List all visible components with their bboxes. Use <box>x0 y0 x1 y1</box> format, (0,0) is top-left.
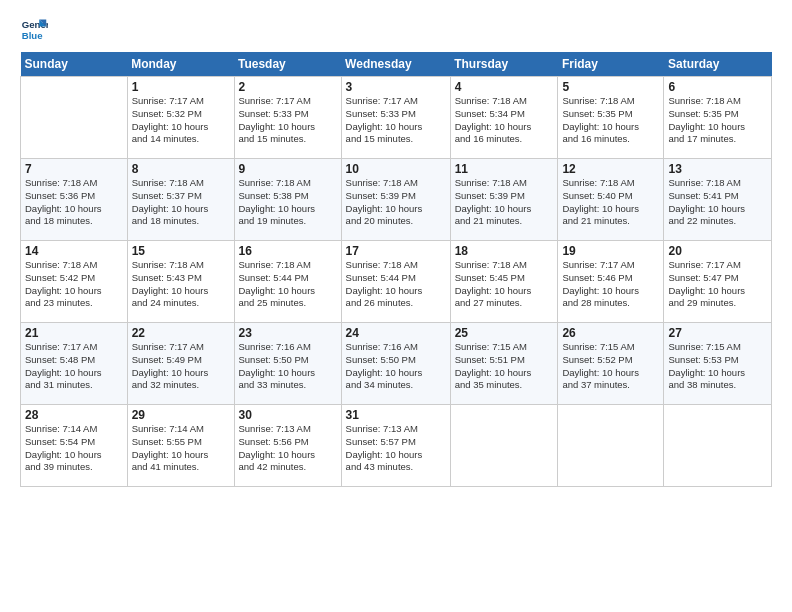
day-cell: 11Sunrise: 7:18 AM Sunset: 5:39 PM Dayli… <box>450 159 558 241</box>
day-info: Sunrise: 7:14 AM Sunset: 5:55 PM Dayligh… <box>132 423 230 474</box>
day-info: Sunrise: 7:18 AM Sunset: 5:45 PM Dayligh… <box>455 259 554 310</box>
day-number: 30 <box>239 408 337 422</box>
day-number: 9 <box>239 162 337 176</box>
day-number: 4 <box>455 80 554 94</box>
day-cell: 23Sunrise: 7:16 AM Sunset: 5:50 PM Dayli… <box>234 323 341 405</box>
col-tuesday: Tuesday <box>234 52 341 77</box>
day-number: 13 <box>668 162 767 176</box>
day-info: Sunrise: 7:18 AM Sunset: 5:44 PM Dayligh… <box>346 259 446 310</box>
day-cell: 9Sunrise: 7:18 AM Sunset: 5:38 PM Daylig… <box>234 159 341 241</box>
col-sunday: Sunday <box>21 52 128 77</box>
day-number: 18 <box>455 244 554 258</box>
day-info: Sunrise: 7:15 AM Sunset: 5:51 PM Dayligh… <box>455 341 554 392</box>
day-number: 19 <box>562 244 659 258</box>
day-info: Sunrise: 7:14 AM Sunset: 5:54 PM Dayligh… <box>25 423 123 474</box>
day-number: 1 <box>132 80 230 94</box>
logo-icon: General Blue <box>20 16 48 44</box>
day-info: Sunrise: 7:18 AM Sunset: 5:36 PM Dayligh… <box>25 177 123 228</box>
day-cell <box>558 405 664 487</box>
day-number: 23 <box>239 326 337 340</box>
day-info: Sunrise: 7:17 AM Sunset: 5:49 PM Dayligh… <box>132 341 230 392</box>
calendar-table: SundayMondayTuesdayWednesdayThursdayFrid… <box>20 52 772 487</box>
day-cell: 22Sunrise: 7:17 AM Sunset: 5:49 PM Dayli… <box>127 323 234 405</box>
day-number: 20 <box>668 244 767 258</box>
day-number: 25 <box>455 326 554 340</box>
day-cell: 7Sunrise: 7:18 AM Sunset: 5:36 PM Daylig… <box>21 159 128 241</box>
day-number: 10 <box>346 162 446 176</box>
day-info: Sunrise: 7:17 AM Sunset: 5:47 PM Dayligh… <box>668 259 767 310</box>
day-cell: 30Sunrise: 7:13 AM Sunset: 5:56 PM Dayli… <box>234 405 341 487</box>
day-info: Sunrise: 7:15 AM Sunset: 5:52 PM Dayligh… <box>562 341 659 392</box>
day-number: 2 <box>239 80 337 94</box>
day-info: Sunrise: 7:18 AM Sunset: 5:42 PM Dayligh… <box>25 259 123 310</box>
day-cell: 13Sunrise: 7:18 AM Sunset: 5:41 PM Dayli… <box>664 159 772 241</box>
week-row-4: 21Sunrise: 7:17 AM Sunset: 5:48 PM Dayli… <box>21 323 772 405</box>
day-cell: 20Sunrise: 7:17 AM Sunset: 5:47 PM Dayli… <box>664 241 772 323</box>
day-number: 5 <box>562 80 659 94</box>
day-cell: 24Sunrise: 7:16 AM Sunset: 5:50 PM Dayli… <box>341 323 450 405</box>
week-row-2: 7Sunrise: 7:18 AM Sunset: 5:36 PM Daylig… <box>21 159 772 241</box>
day-info: Sunrise: 7:18 AM Sunset: 5:34 PM Dayligh… <box>455 95 554 146</box>
day-info: Sunrise: 7:17 AM Sunset: 5:33 PM Dayligh… <box>346 95 446 146</box>
day-info: Sunrise: 7:18 AM Sunset: 5:43 PM Dayligh… <box>132 259 230 310</box>
day-cell: 28Sunrise: 7:14 AM Sunset: 5:54 PM Dayli… <box>21 405 128 487</box>
day-number: 11 <box>455 162 554 176</box>
day-cell <box>21 77 128 159</box>
day-number: 16 <box>239 244 337 258</box>
day-info: Sunrise: 7:17 AM Sunset: 5:48 PM Dayligh… <box>25 341 123 392</box>
day-number: 21 <box>25 326 123 340</box>
day-cell: 21Sunrise: 7:17 AM Sunset: 5:48 PM Dayli… <box>21 323 128 405</box>
logo: General Blue <box>20 16 52 44</box>
day-cell: 10Sunrise: 7:18 AM Sunset: 5:39 PM Dayli… <box>341 159 450 241</box>
day-cell: 14Sunrise: 7:18 AM Sunset: 5:42 PM Dayli… <box>21 241 128 323</box>
day-info: Sunrise: 7:17 AM Sunset: 5:32 PM Dayligh… <box>132 95 230 146</box>
week-row-5: 28Sunrise: 7:14 AM Sunset: 5:54 PM Dayli… <box>21 405 772 487</box>
day-cell: 15Sunrise: 7:18 AM Sunset: 5:43 PM Dayli… <box>127 241 234 323</box>
day-cell: 4Sunrise: 7:18 AM Sunset: 5:34 PM Daylig… <box>450 77 558 159</box>
day-number: 15 <box>132 244 230 258</box>
day-info: Sunrise: 7:17 AM Sunset: 5:33 PM Dayligh… <box>239 95 337 146</box>
page-container: General Blue SundayMondayTuesdayWednesda… <box>0 0 792 497</box>
day-number: 31 <box>346 408 446 422</box>
day-info: Sunrise: 7:15 AM Sunset: 5:53 PM Dayligh… <box>668 341 767 392</box>
day-info: Sunrise: 7:18 AM Sunset: 5:44 PM Dayligh… <box>239 259 337 310</box>
day-cell: 26Sunrise: 7:15 AM Sunset: 5:52 PM Dayli… <box>558 323 664 405</box>
day-info: Sunrise: 7:18 AM Sunset: 5:38 PM Dayligh… <box>239 177 337 228</box>
day-cell: 1Sunrise: 7:17 AM Sunset: 5:32 PM Daylig… <box>127 77 234 159</box>
day-info: Sunrise: 7:18 AM Sunset: 5:37 PM Dayligh… <box>132 177 230 228</box>
day-cell: 5Sunrise: 7:18 AM Sunset: 5:35 PM Daylig… <box>558 77 664 159</box>
day-number: 6 <box>668 80 767 94</box>
day-cell: 25Sunrise: 7:15 AM Sunset: 5:51 PM Dayli… <box>450 323 558 405</box>
day-number: 12 <box>562 162 659 176</box>
day-info: Sunrise: 7:16 AM Sunset: 5:50 PM Dayligh… <box>239 341 337 392</box>
col-saturday: Saturday <box>664 52 772 77</box>
day-number: 8 <box>132 162 230 176</box>
svg-text:Blue: Blue <box>22 30 43 41</box>
day-cell: 16Sunrise: 7:18 AM Sunset: 5:44 PM Dayli… <box>234 241 341 323</box>
header: General Blue <box>20 16 772 44</box>
day-number: 28 <box>25 408 123 422</box>
col-friday: Friday <box>558 52 664 77</box>
day-number: 26 <box>562 326 659 340</box>
day-number: 3 <box>346 80 446 94</box>
day-info: Sunrise: 7:18 AM Sunset: 5:35 PM Dayligh… <box>562 95 659 146</box>
day-number: 29 <box>132 408 230 422</box>
day-cell: 29Sunrise: 7:14 AM Sunset: 5:55 PM Dayli… <box>127 405 234 487</box>
day-number: 24 <box>346 326 446 340</box>
day-cell: 2Sunrise: 7:17 AM Sunset: 5:33 PM Daylig… <box>234 77 341 159</box>
day-number: 17 <box>346 244 446 258</box>
col-thursday: Thursday <box>450 52 558 77</box>
day-number: 7 <box>25 162 123 176</box>
day-cell <box>664 405 772 487</box>
day-number: 27 <box>668 326 767 340</box>
day-info: Sunrise: 7:16 AM Sunset: 5:50 PM Dayligh… <box>346 341 446 392</box>
day-info: Sunrise: 7:18 AM Sunset: 5:39 PM Dayligh… <box>455 177 554 228</box>
day-cell: 17Sunrise: 7:18 AM Sunset: 5:44 PM Dayli… <box>341 241 450 323</box>
col-monday: Monday <box>127 52 234 77</box>
day-cell: 18Sunrise: 7:18 AM Sunset: 5:45 PM Dayli… <box>450 241 558 323</box>
day-info: Sunrise: 7:13 AM Sunset: 5:56 PM Dayligh… <box>239 423 337 474</box>
day-cell: 31Sunrise: 7:13 AM Sunset: 5:57 PM Dayli… <box>341 405 450 487</box>
day-cell: 27Sunrise: 7:15 AM Sunset: 5:53 PM Dayli… <box>664 323 772 405</box>
week-row-1: 1Sunrise: 7:17 AM Sunset: 5:32 PM Daylig… <box>21 77 772 159</box>
day-cell <box>450 405 558 487</box>
